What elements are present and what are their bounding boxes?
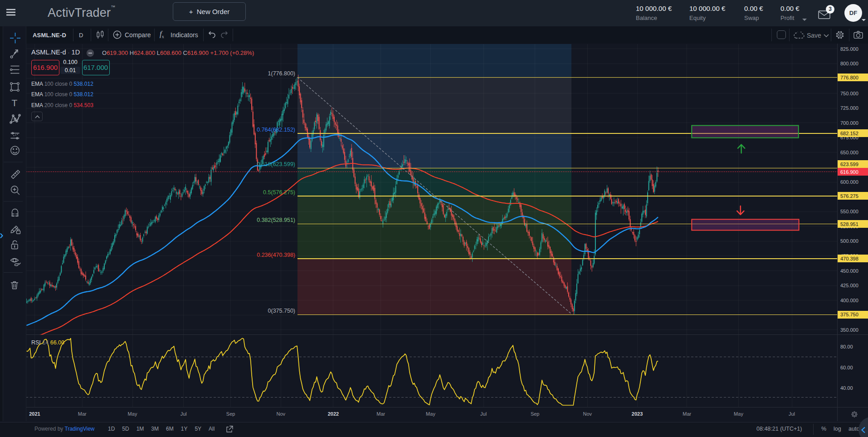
svg-text:May: May <box>734 411 743 417</box>
svg-text:T: T <box>12 98 18 108</box>
svg-text:Mar: Mar <box>78 411 87 417</box>
svg-text:0(375.750): 0(375.750) <box>268 308 295 314</box>
svg-text:60.00: 60.00 <box>840 365 853 370</box>
svg-text:650.000: 650.000 <box>840 150 858 155</box>
svg-text:375.750: 375.750 <box>840 312 858 317</box>
svg-text:750.000: 750.000 <box>840 91 858 96</box>
svg-text:1(776.800): 1(776.800) <box>268 70 295 77</box>
svg-text:Nov: Nov <box>277 411 286 417</box>
svg-text:May: May <box>426 411 435 417</box>
svg-text:776.800: 776.800 <box>840 75 858 80</box>
svg-text:Sep: Sep <box>531 411 540 417</box>
svg-text:Jul: Jul <box>180 411 187 417</box>
svg-text:350.000: 350.000 <box>840 327 858 333</box>
svg-text:0.5(576.275): 0.5(576.275) <box>263 189 295 196</box>
svg-text:682.152: 682.152 <box>840 131 858 136</box>
svg-text:Mar: Mar <box>376 411 385 417</box>
svg-text:0.764(682.152): 0.764(682.152) <box>257 127 295 133</box>
svg-text:Mar: Mar <box>683 411 691 417</box>
svg-text:0.236(470.398): 0.236(470.398) <box>257 252 295 258</box>
svg-text:Sep: Sep <box>226 411 235 417</box>
svg-text:80.00: 80.00 <box>840 344 853 349</box>
svg-text:425.000: 425.000 <box>840 283 858 288</box>
svg-text:2022: 2022 <box>328 411 339 417</box>
svg-text:550.000: 550.000 <box>840 209 858 214</box>
svg-text:616.900: 616.900 <box>840 169 858 175</box>
svg-text:2023: 2023 <box>632 411 643 417</box>
svg-text:600.000: 600.000 <box>840 179 858 185</box>
svg-text:RSI 14 66.00: RSI 14 66.00 <box>31 339 64 346</box>
svg-text:450.000: 450.000 <box>840 268 858 274</box>
svg-text:700.000: 700.000 <box>840 120 858 126</box>
svg-text:Jul: Jul <box>480 411 487 417</box>
svg-text:800.000: 800.000 <box>840 61 858 66</box>
svg-text:2021: 2021 <box>29 411 40 417</box>
svg-text:0.382(528.951): 0.382(528.951) <box>257 217 295 223</box>
svg-text:500.000: 500.000 <box>840 238 858 244</box>
svg-text:Jul: Jul <box>789 411 795 417</box>
svg-text:528.951: 528.951 <box>840 221 858 227</box>
svg-text:0.618(623.599): 0.618(623.599) <box>257 161 295 167</box>
svg-text:May: May <box>128 411 137 417</box>
svg-text:470.398: 470.398 <box>840 256 858 261</box>
svg-text:825.000: 825.000 <box>840 46 858 52</box>
svg-text:40.00: 40.00 <box>840 385 853 391</box>
svg-text:400.000: 400.000 <box>840 298 858 303</box>
svg-text:576.275: 576.275 <box>840 193 858 199</box>
svg-text:725.000: 725.000 <box>840 105 858 111</box>
svg-text:623.599: 623.599 <box>840 162 858 167</box>
svg-text:Nov: Nov <box>583 411 592 417</box>
